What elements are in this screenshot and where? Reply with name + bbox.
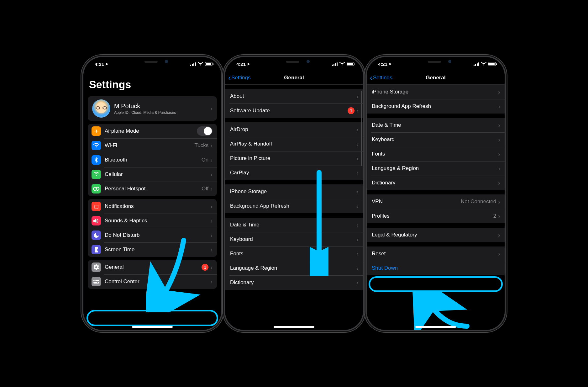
fonts-label: Fonts [372, 151, 498, 157]
chevron-right-icon: › [210, 264, 213, 271]
reset-row[interactable]: Reset› [367, 247, 505, 261]
airdrop-row[interactable]: AirDrop› [225, 122, 363, 137]
date-time-row[interactable]: Date & Time› [367, 118, 505, 132]
dnd-row[interactable]: Do Not Disturb › [88, 228, 217, 242]
screen-1: 4:21 ➤ Settings M Potuck [83, 57, 221, 330]
legal-label: Legal & Regulatory [372, 232, 498, 238]
fonts-row[interactable]: Fonts› [367, 147, 505, 161]
chevron-right-icon: › [356, 236, 359, 243]
keyboard-row[interactable]: Keyboard› [367, 132, 505, 147]
keyboard-row[interactable]: Keyboard› [225, 232, 363, 247]
bg-refresh-row[interactable]: Background App Refresh› [225, 199, 363, 213]
chevron-right-icon: › [356, 107, 359, 114]
cellular-signal-icon [332, 62, 338, 66]
bluetooth-row[interactable]: Bluetooth On › [88, 153, 217, 167]
iphone-storage-label: iPhone Storage [372, 89, 498, 95]
chevron-right-icon: › [498, 231, 500, 239]
hotspot-row[interactable]: Personal Hotspot Off › [88, 182, 217, 196]
shutdown-row[interactable]: Shut Down [367, 261, 505, 275]
airdrop-label: AirDrop [230, 126, 356, 133]
chevron-right-icon: › [210, 203, 213, 210]
about-row[interactable]: About › [225, 89, 363, 103]
bg-refresh-row[interactable]: Background App Refresh› [367, 99, 505, 114]
nav-title: General [426, 75, 445, 81]
airplane-toggle[interactable] [197, 126, 213, 136]
chevron-right-icon: › [498, 103, 500, 110]
general-badge: 1 [202, 264, 208, 271]
airplane-mode-row[interactable]: ✈ Airplane Mode [88, 124, 217, 138]
chevron-left-icon: ‹ [228, 74, 231, 82]
language-row[interactable]: Language & Region› [367, 161, 505, 176]
shutdown-label: Shut Down [372, 265, 500, 271]
status-bar: 4:21 ➤ [225, 57, 363, 71]
iphone-storage-row[interactable]: iPhone Storage› [367, 85, 505, 99]
svg-point-3 [97, 282, 98, 283]
hotspot-value: Off [202, 186, 208, 192]
carplay-row[interactable]: CarPlay› [225, 166, 363, 180]
home-indicator[interactable] [132, 326, 173, 328]
notifications-row[interactable]: ▢ Notifications › [88, 199, 217, 214]
chevron-right-icon: › [498, 179, 500, 187]
status-time: 4:21 [95, 61, 104, 67]
screentime-row[interactable]: Screen Time › [88, 242, 217, 257]
screen-2: 4:21 ➤ ‹ Settings General About [225, 57, 363, 330]
chevron-right-icon: › [356, 140, 359, 148]
language-row[interactable]: Language & Region› [225, 261, 363, 275]
general-label: General [105, 264, 202, 270]
home-indicator[interactable] [274, 326, 314, 328]
sounds-icon [92, 216, 101, 225]
profiles-row[interactable]: Profiles 2 › [367, 209, 505, 223]
chevron-right-icon: › [498, 165, 500, 172]
sounds-label: Sounds & Haptics [105, 218, 210, 224]
chevron-right-icon: › [210, 142, 213, 149]
chevron-right-icon: › [498, 151, 500, 158]
wifi-row[interactable]: Wi-Fi Tucks › [88, 138, 217, 153]
general-content-scrolled[interactable]: iPhone Storage› Background App Refresh› … [367, 85, 505, 330]
fonts-row[interactable]: Fonts› [225, 247, 363, 261]
keyboard-label: Keyboard [372, 136, 498, 143]
navbar: ‹ Settings General [367, 71, 505, 85]
cellular-signal-icon [474, 62, 479, 66]
dictionary-row[interactable]: Dictionary› [367, 176, 505, 190]
back-label: Settings [231, 75, 250, 81]
apple-id-row[interactable]: M Potuck Apple ID, iCloud, Media & Purch… [88, 96, 217, 121]
general-row[interactable]: General 1 › [88, 260, 217, 274]
pip-row[interactable]: Picture in Picture› [225, 151, 363, 166]
back-button[interactable]: ‹ Settings [228, 74, 250, 82]
fonts-label: Fonts [230, 251, 356, 257]
wifi-icon [481, 61, 486, 66]
sounds-row[interactable]: Sounds & Haptics › [88, 214, 217, 228]
status-time: 4:21 [378, 61, 387, 67]
general-content[interactable]: About › Software Update 1 › AirDrop› Air… [225, 85, 363, 330]
back-label: Settings [373, 75, 392, 81]
control-center-row[interactable]: Control Center › [88, 274, 217, 289]
software-update-row[interactable]: Software Update 1 › [225, 103, 363, 118]
chevron-right-icon: › [356, 126, 359, 133]
wifi-label: Wi-Fi [105, 142, 195, 149]
back-button[interactable]: ‹ Settings [370, 74, 392, 82]
chevron-right-icon: › [356, 155, 359, 162]
cellular-row[interactable]: Cellular › [88, 167, 217, 182]
date-time-row[interactable]: Date & Time› [225, 218, 363, 232]
svg-rect-2 [93, 282, 99, 284]
airplay-row[interactable]: AirPlay & Handoff› [225, 137, 363, 151]
legal-row[interactable]: Legal & Regulatory› [367, 228, 505, 242]
reset-label: Reset [372, 251, 498, 257]
airplane-icon: ✈ [92, 126, 101, 136]
profiles-value: 2 [493, 213, 496, 219]
iphone-storage-row[interactable]: iPhone Storage› [225, 184, 363, 199]
home-indicator[interactable] [415, 326, 456, 328]
reset-group: Reset› Shut Down [367, 247, 505, 275]
chevron-right-icon: › [498, 198, 500, 205]
date-time-label: Date & Time [372, 122, 498, 128]
dictionary-row[interactable]: Dictionary› [225, 275, 363, 290]
settings-content[interactable]: Settings M Potuck Apple ID, iCloud, Medi… [83, 71, 221, 330]
vpn-label: VPN [372, 199, 461, 205]
hotspot-icon [92, 184, 101, 194]
dnd-icon [92, 231, 101, 240]
avatar [92, 99, 110, 118]
vpn-row[interactable]: VPN Not Connected › [367, 194, 505, 209]
cellular-signal-icon [190, 62, 196, 66]
chevron-right-icon: › [356, 265, 359, 272]
phone-frame-3: 4:21 ➤ ‹ Settings General iPhone Storage… [367, 57, 505, 330]
